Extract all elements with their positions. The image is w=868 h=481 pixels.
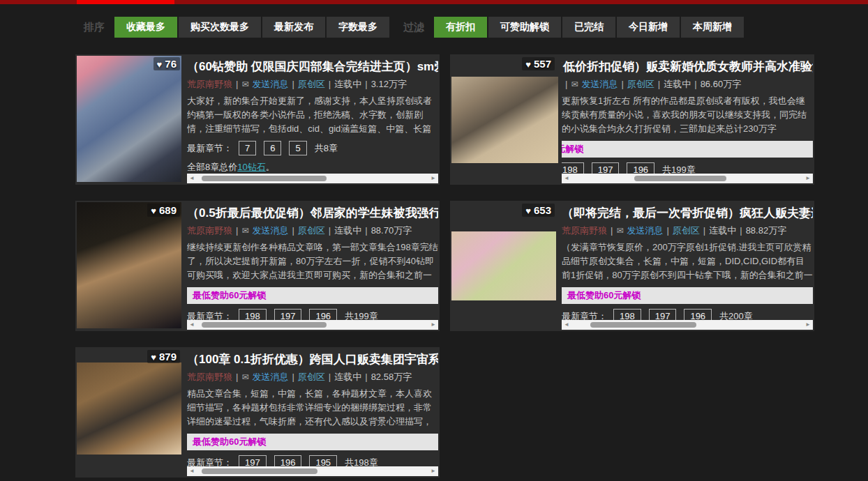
category-link[interactable]: 原创区 [627, 79, 654, 89]
story-card: ♥879 （100章 0.1折折优惠）跨国人口贩卖集团宇宙系列之绑 荒原南野狼|… [75, 347, 440, 478]
sort-button-收藏最多[interactable]: 收藏最多 [114, 17, 177, 38]
separator: | [236, 225, 238, 236]
category-link[interactable]: 原创区 [298, 372, 325, 382]
story-thumbnail[interactable] [77, 362, 181, 455]
word-count: 88.82万字 [746, 225, 787, 236]
scroll-right-arrow[interactable]: ► [428, 466, 438, 476]
scroll-thumb[interactable] [634, 176, 727, 181]
send-message-link[interactable]: 发送消息 [252, 225, 288, 236]
send-message-link[interactable]: 发送消息 [627, 225, 663, 236]
filter-bar: 排序 收藏最多购买次数最多最新发布字数最多 过滤 有折扣可赞助解锁已完结今日新增… [84, 17, 745, 38]
top-red-bar-highlight [77, 0, 174, 4]
separator: | [365, 79, 367, 89]
category-link[interactable]: 原创区 [298, 225, 325, 236]
separator: | [666, 225, 668, 236]
chapter-button[interactable]: 6 [264, 141, 281, 155]
category-link[interactable]: 原创区 [673, 225, 700, 236]
story-title[interactable]: （即将完结，最后一次骨折促销）疯狂人贩夫妻连环绑 [562, 205, 813, 221]
story-title[interactable]: （低价折扣促销）贩卖新婚优质女教师并高水准验货调教大 [562, 59, 813, 75]
scroll-right-arrow[interactable]: ► [803, 320, 813, 330]
scroll-track[interactable] [197, 174, 428, 183]
meta-line: 荒原南野狼|✉发送消息|原创区|连载中|3.12万字 [187, 78, 438, 91]
story-title[interactable]: （60钻赞助 仅限国庆四部集合完结进主页）sm爱好者 [187, 59, 438, 75]
mail-icon: ✉ [241, 79, 248, 89]
filter-label: 过滤 [403, 21, 424, 34]
word-count: 3.12万字 [371, 79, 407, 89]
hearts-badge: ♥653 [450, 204, 559, 216]
filter-button-可赞助解锁[interactable]: 可赞助解锁 [488, 17, 561, 38]
diamond-price-link[interactable]: 10钻石 [237, 162, 265, 172]
scroll-track[interactable] [571, 174, 803, 183]
scroll-track[interactable] [197, 466, 428, 476]
separator: | [292, 372, 294, 382]
chapter-button-group: 765 [239, 141, 315, 155]
status-text: 连载中 [334, 372, 361, 382]
description: 继续持续更新创作各种精品文章咯，第一部文章集合198章完结了，所以决定提前开新篇… [187, 240, 438, 282]
h-scrollbar[interactable]: ◄ ► [562, 174, 813, 183]
hearts-count: 879 [159, 351, 177, 362]
price-line: 全部8章总价10钻石。 [187, 161, 438, 174]
author-link[interactable]: 荒原南野狼 [187, 79, 232, 89]
story-title[interactable]: （0.5折最后最优促销）邻居家的学生妹被我强行绑架之 [187, 205, 438, 221]
send-message-link[interactable]: 发送消息 [252, 372, 288, 382]
scroll-thumb[interactable] [202, 322, 327, 328]
sort-button-购买次数最多[interactable]: 购买次数最多 [179, 17, 261, 38]
scroll-left-arrow[interactable]: ◄ [187, 466, 197, 476]
chapter-button[interactable]: 7 [239, 141, 256, 155]
separator: | [236, 372, 238, 382]
chapter-total: 共8章 [315, 142, 338, 155]
scroll-right-arrow[interactable]: ► [803, 174, 813, 183]
word-count: 88.70万字 [371, 225, 412, 236]
hearts-badge: ♥689 [75, 204, 184, 216]
filter-button-已完结[interactable]: 已完结 [562, 17, 615, 38]
filter-button-有折扣[interactable]: 有折扣 [434, 17, 487, 38]
status-text: 连载中 [709, 225, 736, 236]
scroll-thumb[interactable] [202, 176, 327, 181]
story-thumbnail[interactable] [451, 77, 558, 163]
unlock-banner[interactable]: 最低赞助60元解锁 [187, 434, 438, 450]
h-scrollbar[interactable]: ◄ ► [562, 320, 813, 330]
price-text: 。 [266, 162, 275, 172]
scroll-thumb[interactable] [590, 322, 697, 328]
scroll-thumb[interactable] [202, 468, 317, 474]
h-scrollbar[interactable]: ◄ ► [187, 466, 438, 476]
story-thumbnail[interactable] [77, 56, 181, 182]
filter-button-今日新增[interactable]: 今日新增 [617, 17, 680, 38]
story-title[interactable]: （100章 0.1折折优惠）跨国人口贩卖集团宇宙系列之绑 [187, 351, 438, 367]
send-message-link[interactable]: 发送消息 [252, 79, 288, 89]
card-content: （60钻赞助 仅限国庆四部集合完结进主页）sm爱好者 荒原南野狼|✉发送消息|原… [187, 56, 438, 183]
category-link[interactable]: 原创区 [298, 79, 325, 89]
unlock-banner[interactable]: 最低赞助60元解锁 [562, 287, 813, 304]
filter-button-本周新增[interactable]: 本周新增 [681, 17, 744, 38]
scroll-right-arrow[interactable]: ► [428, 174, 438, 183]
scroll-left-arrow[interactable]: ◄ [562, 320, 571, 330]
separator: | [292, 225, 294, 236]
sort-button-最新发布[interactable]: 最新发布 [262, 17, 325, 38]
sort-button-字数最多[interactable]: 字数最多 [327, 17, 389, 38]
h-scrollbar[interactable]: ◄ ► [187, 320, 438, 330]
scroll-track[interactable] [571, 320, 803, 330]
story-card: ♥557 （低价折扣促销）贩卖新婚优质女教师并高水准验货调教大 |✉发送消息|原… [450, 54, 814, 185]
h-scrollbar[interactable]: ◄ ► [187, 174, 438, 183]
hearts-badge: ♥76 [75, 58, 184, 70]
unlock-banner[interactable]: 最低赞助60元解锁 [562, 141, 813, 158]
author-link[interactable]: 荒原南野狼 [562, 225, 607, 236]
unlock-banner[interactable]: 最低赞助60元解锁 [187, 287, 438, 304]
separator: | [621, 79, 623, 89]
latest-chapters-row: 最新章节： 765 共8章 [187, 141, 438, 155]
story-thumbnail[interactable] [77, 202, 181, 328]
story-thumbnail[interactable] [451, 231, 556, 300]
chapter-button[interactable]: 5 [289, 141, 306, 155]
card-content: （100章 0.1折折优惠）跨国人口贩卖集团宇宙系列之绑 荒原南野狼|✉发送消息… [187, 349, 438, 476]
scroll-left-arrow[interactable]: ◄ [187, 320, 197, 330]
author-link[interactable]: 荒原南野狼 [187, 372, 232, 382]
scroll-left-arrow[interactable]: ◄ [562, 174, 571, 183]
scroll-right-arrow[interactable]: ► [428, 320, 438, 330]
send-message-link[interactable]: 发送消息 [581, 79, 618, 89]
scroll-track[interactable] [197, 320, 428, 330]
scroll-left-arrow[interactable]: ◄ [187, 174, 197, 183]
author-link[interactable]: 荒原南野狼 [187, 225, 232, 236]
mail-icon: ✉ [571, 79, 578, 89]
sort-label: 排序 [84, 21, 105, 34]
separator: | [329, 79, 331, 89]
